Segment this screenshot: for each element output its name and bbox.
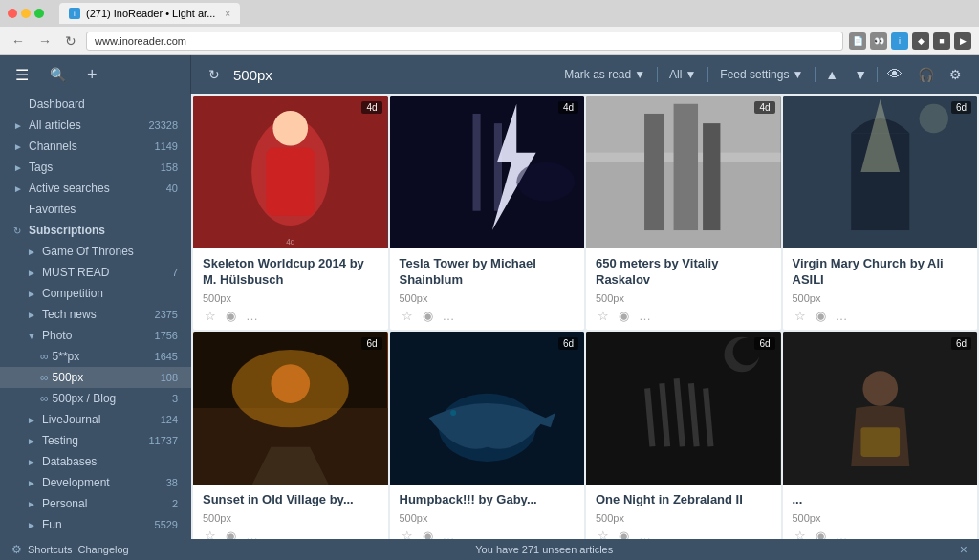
status-bar: ⚙ Shortcuts Changelog You have 271 unsee… [0,539,979,560]
sidebar-item-development[interactable]: ► Development 38 [0,472,191,493]
card-6-read-button[interactable]: ◉ [421,528,435,539]
card-4-image: 6d [783,96,978,248]
mark-as-read-button[interactable]: Mark as read ▼ [556,64,653,85]
development-arrow: ► [27,478,38,488]
view-toggle-button[interactable]: 👁 [881,62,908,87]
card-5-image: 6d [193,332,388,485]
card-1-read-button[interactable]: ◉ [224,308,238,324]
card-4-more-button[interactable]: … [834,308,850,324]
sidebar-item-databases[interactable]: ► Databases [0,451,191,472]
card-8-read-button[interactable]: ◉ [814,528,828,539]
listen-button[interactable]: 🎧 [912,63,940,86]
card-4-star-button[interactable]: ☆ [793,308,808,324]
reload-button[interactable]: ↻ [61,32,80,51]
tab-close-icon[interactable]: × [225,9,230,19]
back-button[interactable]: ← [8,32,29,51]
card-6-actions: ☆ ◉ … [400,528,576,539]
card-7-star-button[interactable]: ☆ [596,528,611,539]
sidebar-item-5px[interactable]: ∞ 5**px 1645 [0,346,191,367]
card-7-source: 500px [596,512,772,524]
sidebar-item-fun[interactable]: ► Fun 5529 [0,514,191,535]
sidebar-item-dashboard[interactable]: Dashboard [0,94,191,115]
card-5-read-button[interactable]: ◉ [224,528,238,539]
sidebar-item-livejournal[interactable]: ► LiveJournal 124 [0,409,191,430]
card-7-more-button[interactable]: … [637,528,653,539]
databases-arrow: ► [27,457,38,467]
card-1-more-button[interactable]: … [244,308,260,324]
glasses-icon[interactable]: 👀 [870,32,887,50]
sidebar-item-tech-news[interactable]: ► Tech news 2375 [0,304,191,325]
card-5-more-button[interactable]: … [244,528,260,539]
card-3[interactable]: 4d 650 meters by Vitaliy Raskalov [586,96,781,330]
card-3-more-button[interactable]: … [637,308,653,324]
info-icon[interactable]: i [891,32,908,50]
sidebar-item-favorites[interactable]: Favorites [0,199,191,220]
tab-title: (271) InoReader • Light ar... [86,8,215,19]
card-5[interactable]: 6d Sunset in Old Village by... [193,332,388,539]
card-3-star-button[interactable]: ☆ [596,308,611,324]
card-6-source: 500px [400,512,576,524]
card-3-body: 650 meters by Vitaliy Raskalov 500px ☆ ◉… [586,248,781,330]
extension3-icon[interactable]: ▶ [954,32,971,50]
card-2-read-button[interactable]: ◉ [421,308,435,324]
next-article-button[interactable]: ▼ [848,63,873,86]
extension1-icon[interactable]: ◆ [912,32,929,50]
card-3-source: 500px [596,292,772,304]
sidebar-item-personal[interactable]: ► Personal 2 [0,493,191,514]
settings-button[interactable]: ⚙ [944,63,968,86]
feed-settings-button[interactable]: Feed settings ▼ [712,64,811,85]
card-7[interactable]: 6d [586,332,781,539]
extension2-icon[interactable]: ■ [933,32,950,50]
status-close-button[interactable]: × [960,542,968,557]
search-button[interactable]: 🔍 [44,63,72,86]
refresh-button[interactable]: ↻ [203,63,226,86]
card-6[interactable]: 6d Humpback!!! by Gaby... [390,332,585,539]
card-2[interactable]: 4d Tesla Tower by Michael Shainblum 50 [390,96,585,330]
card-8[interactable]: 6d ... 500px [783,332,978,539]
maximize-dot[interactable] [34,9,44,18]
address-bar[interactable]: www.inoreader.com [86,32,843,51]
sidebar-item-channels[interactable]: ► Channels 1149 [0,136,191,157]
sidebar-item-500px-blog[interactable]: ∞ 500px / Blog 3 [0,388,191,409]
sidebar-item-testing[interactable]: ► Testing 11737 [0,430,191,451]
sidebar-item-all-articles[interactable]: ► All articles 23328 [0,115,191,136]
card-4[interactable]: 6d Virgin Mary Church by Ali ASILI [783,96,978,330]
card-5-star-button[interactable]: ☆ [203,528,218,539]
sidebar-item-tags[interactable]: ► Tags 158 [0,157,191,178]
5px-count: 1645 [155,351,178,362]
card-7-read-button[interactable]: ◉ [617,528,631,539]
reader-icon[interactable]: 📄 [849,32,866,50]
card-1-star-button[interactable]: ☆ [203,308,218,324]
hamburger-menu-button[interactable]: ☰ [10,62,34,88]
card-6-more-button[interactable]: … [441,528,457,539]
tags-label: Tags [29,161,157,174]
card-3-read-button[interactable]: ◉ [617,308,631,324]
all-filter-button[interactable]: All ▼ [662,64,704,85]
card-8-more-button[interactable]: … [834,528,850,539]
sidebar-item-competition[interactable]: ► Competition [0,283,191,304]
card-5-body: Sunset in Old Village by... 500px ☆ ◉ … [193,485,388,539]
card-8-star-button[interactable]: ☆ [793,528,808,539]
add-feed-button[interactable]: + [81,61,103,89]
card-4-read-button[interactable]: ◉ [814,308,828,324]
sidebar-item-active-searches[interactable]: ► Active searches 40 [0,178,191,199]
photo-label: Photo [42,329,151,342]
forward-button[interactable]: → [34,32,55,51]
sidebar-item-photo[interactable]: ▼ Photo 1756 [0,325,191,346]
changelog-button[interactable]: Changelog [77,544,128,555]
minimize-dot[interactable] [21,9,31,18]
competition-label: Competition [42,287,178,300]
shortcuts-button[interactable]: Shortcuts [28,544,72,555]
card-2-star-button[interactable]: ☆ [400,308,415,324]
close-dot[interactable] [8,9,17,18]
sidebar-item-500px[interactable]: ∞ 500px 108 [0,367,191,388]
card-1[interactable]: 4d 4d Skeleton Worldcup 2014 by M. Hülsb… [193,96,388,330]
card-6-star-button[interactable]: ☆ [400,528,415,539]
card-2-actions: ☆ ◉ … [400,308,576,324]
card-2-more-button[interactable]: … [441,308,457,324]
sidebar-item-must-read[interactable]: ► MUST READ 7 [0,262,191,283]
sidebar-item-subscriptions[interactable]: ↻ Subscriptions [0,220,191,241]
sidebar-item-game-of-thrones[interactable]: ► Game Of Thrones [0,241,191,262]
prev-article-button[interactable]: ▲ [819,63,844,86]
browser-tab[interactable]: i (271) InoReader • Light ar... × [59,3,240,24]
